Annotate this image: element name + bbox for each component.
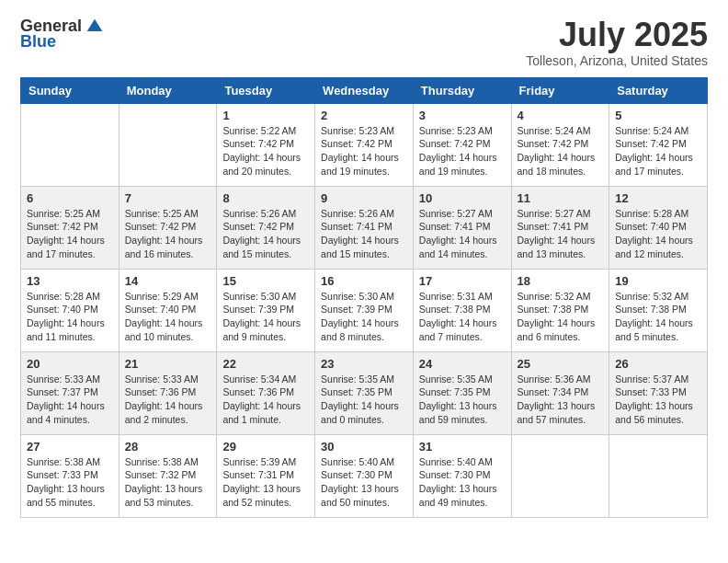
day-info: Sunrise: 5:40 AMSunset: 7:30 PMDaylight:… (321, 455, 407, 510)
day-number: 10 (419, 191, 506, 205)
location-title: Tolleson, Arizona, United States (526, 53, 708, 68)
calendar-cell: 24Sunrise: 5:35 AMSunset: 7:35 PMDayligh… (413, 351, 511, 434)
day-info: Sunrise: 5:37 AMSunset: 7:33 PMDaylight:… (615, 373, 701, 427)
calendar-cell: 17Sunrise: 5:31 AMSunset: 7:38 PMDayligh… (413, 269, 511, 351)
day-number: 30 (321, 440, 407, 454)
day-info: Sunrise: 5:38 AMSunset: 7:32 PMDaylight:… (125, 455, 211, 510)
title-area: July 2025 Tolleson, Arizona, United Stat… (526, 17, 708, 68)
calendar-cell: 12Sunrise: 5:28 AMSunset: 7:40 PMDayligh… (609, 186, 708, 269)
svg-marker-0 (87, 18, 103, 30)
day-info: Sunrise: 5:32 AMSunset: 7:38 PMDaylight:… (518, 290, 604, 344)
logo: General Blue (20, 17, 104, 52)
logo-icon (85, 17, 104, 36)
calendar-cell: 5Sunrise: 5:24 AMSunset: 7:42 PMDaylight… (609, 103, 708, 186)
calendar-week-row: 27Sunrise: 5:38 AMSunset: 7:33 PMDayligh… (21, 434, 708, 517)
calendar-table: SundayMondayTuesdayWednesdayThursdayFrid… (20, 77, 708, 518)
calendar-cell: 4Sunrise: 5:24 AMSunset: 7:42 PMDaylight… (511, 103, 609, 186)
calendar-cell (21, 103, 119, 186)
day-info: Sunrise: 5:28 AMSunset: 7:40 PMDaylight:… (27, 290, 113, 344)
day-info: Sunrise: 5:30 AMSunset: 7:39 PMDaylight:… (321, 290, 407, 344)
day-number: 21 (125, 357, 211, 371)
calendar-week-row: 1Sunrise: 5:22 AMSunset: 7:42 PMDaylight… (21, 103, 708, 186)
calendar-cell: 1Sunrise: 5:22 AMSunset: 7:42 PMDaylight… (217, 103, 315, 186)
calendar-cell (609, 434, 708, 517)
day-number: 31 (419, 440, 506, 454)
month-title: July 2025 (526, 17, 708, 53)
day-info: Sunrise: 5:27 AMSunset: 7:41 PMDaylight:… (518, 207, 604, 261)
day-number: 15 (222, 274, 309, 288)
calendar-cell: 23Sunrise: 5:35 AMSunset: 7:35 PMDayligh… (315, 351, 414, 434)
day-number: 1 (222, 109, 309, 122)
calendar-cell: 28Sunrise: 5:38 AMSunset: 7:32 PMDayligh… (119, 434, 217, 517)
weekday-header: Friday (511, 77, 609, 103)
day-number: 23 (321, 357, 407, 371)
calendar-cell: 26Sunrise: 5:37 AMSunset: 7:33 PMDayligh… (609, 351, 708, 434)
day-info: Sunrise: 5:31 AMSunset: 7:38 PMDaylight:… (419, 290, 506, 344)
day-info: Sunrise: 5:29 AMSunset: 7:40 PMDaylight:… (125, 290, 211, 344)
day-number: 29 (222, 440, 309, 454)
day-number: 18 (518, 274, 604, 288)
day-info: Sunrise: 5:25 AMSunset: 7:42 PMDaylight:… (27, 207, 113, 261)
calendar-week-row: 13Sunrise: 5:28 AMSunset: 7:40 PMDayligh… (21, 269, 708, 351)
day-number: 22 (222, 357, 309, 371)
calendar-cell: 13Sunrise: 5:28 AMSunset: 7:40 PMDayligh… (21, 269, 119, 351)
day-info: Sunrise: 5:40 AMSunset: 7:30 PMDaylight:… (419, 455, 506, 510)
day-info: Sunrise: 5:35 AMSunset: 7:35 PMDaylight:… (419, 373, 506, 427)
day-info: Sunrise: 5:23 AMSunset: 7:42 PMDaylight:… (321, 124, 407, 178)
day-number: 19 (615, 274, 701, 288)
weekday-header: Sunday (21, 77, 119, 103)
day-number: 16 (321, 274, 407, 288)
day-info: Sunrise: 5:30 AMSunset: 7:39 PMDaylight:… (222, 290, 309, 344)
weekday-header-row: SundayMondayTuesdayWednesdayThursdayFrid… (21, 77, 708, 103)
day-number: 4 (518, 109, 604, 122)
calendar-cell: 8Sunrise: 5:26 AMSunset: 7:42 PMDaylight… (217, 186, 315, 269)
calendar-cell: 31Sunrise: 5:40 AMSunset: 7:30 PMDayligh… (413, 434, 511, 517)
calendar-cell: 20Sunrise: 5:33 AMSunset: 7:37 PMDayligh… (21, 351, 119, 434)
day-number: 14 (125, 274, 211, 288)
day-info: Sunrise: 5:23 AMSunset: 7:42 PMDaylight:… (419, 124, 506, 178)
calendar-cell: 18Sunrise: 5:32 AMSunset: 7:38 PMDayligh… (511, 269, 609, 351)
day-number: 8 (222, 191, 309, 205)
day-info: Sunrise: 5:24 AMSunset: 7:42 PMDaylight:… (615, 124, 701, 178)
calendar-cell: 3Sunrise: 5:23 AMSunset: 7:42 PMDaylight… (413, 103, 511, 186)
weekday-header: Tuesday (217, 77, 315, 103)
day-info: Sunrise: 5:39 AMSunset: 7:31 PMDaylight:… (222, 455, 309, 510)
day-number: 26 (615, 357, 701, 371)
calendar-cell: 2Sunrise: 5:23 AMSunset: 7:42 PMDaylight… (315, 103, 414, 186)
day-number: 6 (27, 191, 113, 205)
day-number: 12 (615, 191, 701, 205)
weekday-header: Saturday (609, 77, 708, 103)
logo-blue-text: Blue (20, 32, 56, 52)
day-info: Sunrise: 5:32 AMSunset: 7:38 PMDaylight:… (615, 290, 701, 344)
day-number: 5 (615, 109, 701, 122)
calendar-cell: 27Sunrise: 5:38 AMSunset: 7:33 PMDayligh… (21, 434, 119, 517)
day-number: 2 (321, 109, 407, 122)
calendar-cell: 9Sunrise: 5:26 AMSunset: 7:41 PMDaylight… (315, 186, 414, 269)
day-number: 3 (419, 109, 506, 122)
day-info: Sunrise: 5:22 AMSunset: 7:42 PMDaylight:… (222, 124, 309, 178)
calendar-cell: 22Sunrise: 5:34 AMSunset: 7:36 PMDayligh… (217, 351, 315, 434)
weekday-header: Thursday (413, 77, 511, 103)
day-number: 17 (419, 274, 506, 288)
day-info: Sunrise: 5:38 AMSunset: 7:33 PMDaylight:… (27, 455, 113, 510)
weekday-header: Monday (119, 77, 217, 103)
calendar-cell: 11Sunrise: 5:27 AMSunset: 7:41 PMDayligh… (511, 186, 609, 269)
day-info: Sunrise: 5:33 AMSunset: 7:36 PMDaylight:… (125, 373, 211, 427)
calendar-cell: 14Sunrise: 5:29 AMSunset: 7:40 PMDayligh… (119, 269, 217, 351)
calendar-cell: 19Sunrise: 5:32 AMSunset: 7:38 PMDayligh… (609, 269, 708, 351)
day-number: 11 (518, 191, 604, 205)
day-info: Sunrise: 5:36 AMSunset: 7:34 PMDaylight:… (518, 373, 604, 427)
day-number: 25 (518, 357, 604, 371)
day-info: Sunrise: 5:24 AMSunset: 7:42 PMDaylight:… (518, 124, 604, 178)
day-number: 28 (125, 440, 211, 454)
calendar-cell (511, 434, 609, 517)
day-info: Sunrise: 5:35 AMSunset: 7:35 PMDaylight:… (321, 373, 407, 427)
day-info: Sunrise: 5:33 AMSunset: 7:37 PMDaylight:… (27, 373, 113, 427)
day-number: 13 (27, 274, 113, 288)
calendar-cell: 21Sunrise: 5:33 AMSunset: 7:36 PMDayligh… (119, 351, 217, 434)
calendar-cell (119, 103, 217, 186)
calendar-cell: 15Sunrise: 5:30 AMSunset: 7:39 PMDayligh… (217, 269, 315, 351)
calendar-cell: 30Sunrise: 5:40 AMSunset: 7:30 PMDayligh… (315, 434, 414, 517)
day-info: Sunrise: 5:26 AMSunset: 7:42 PMDaylight:… (222, 207, 309, 261)
calendar-cell: 25Sunrise: 5:36 AMSunset: 7:34 PMDayligh… (511, 351, 609, 434)
